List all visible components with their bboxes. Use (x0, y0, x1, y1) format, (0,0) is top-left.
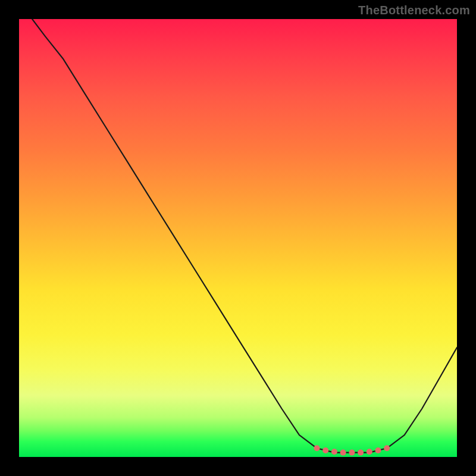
flat-zone-marker (340, 450, 346, 456)
chart-frame: TheBottleneck.com (0, 0, 476, 476)
chart-svg (19, 19, 457, 457)
flat-zone-markers (314, 445, 390, 455)
plot-area (19, 19, 457, 457)
flat-zone-marker (384, 445, 390, 451)
flat-zone-marker (367, 449, 372, 455)
flat-zone-marker (358, 450, 364, 456)
flat-zone-marker (314, 445, 320, 451)
watermark-label: TheBottleneck.com (358, 4, 470, 17)
flat-zone-marker (349, 450, 355, 456)
flat-zone-marker (331, 449, 337, 455)
flat-zone-marker (375, 447, 381, 453)
bottleneck-curve (32, 19, 457, 453)
flat-zone-marker (322, 447, 328, 453)
